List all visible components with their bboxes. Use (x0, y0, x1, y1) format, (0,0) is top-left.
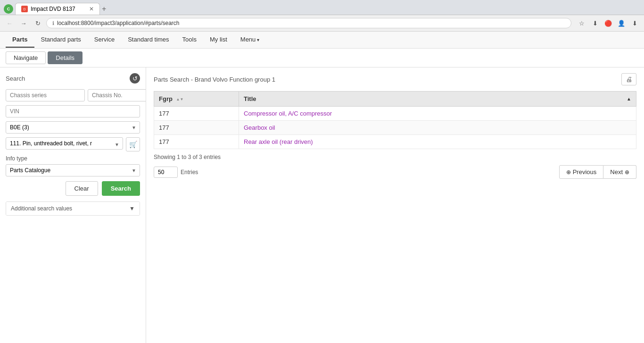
prev-icon: ⊕ (566, 169, 571, 176)
tab-title: Impact DVD 8137 (31, 6, 75, 12)
lock-icon: ℹ (52, 20, 54, 26)
pagination-buttons: ⊕ Previous Next ⊕ (559, 165, 636, 179)
profile-button[interactable]: 👤 (616, 17, 627, 29)
back-button[interactable]: ← (4, 17, 15, 29)
print-button[interactable]: 🖨 (621, 73, 636, 85)
next-button[interactable]: Next ⊕ (603, 165, 636, 179)
fgrp-cell[interactable]: 177 (154, 121, 239, 135)
results-header: Parts Search - Brand Volvo Function grou… (154, 73, 636, 85)
chassis-no-input[interactable] (88, 89, 146, 101)
table-row: 177Gearbox oil (154, 121, 636, 135)
tab-navigate[interactable]: Navigate (6, 51, 46, 64)
chassis-row (6, 89, 140, 101)
menu-button[interactable]: ⬇ (629, 17, 640, 29)
info-type-select-wrapper: Parts Catalogue ▼ (6, 164, 140, 176)
left-panel: Search ↺ B0E (3) ▼ 111. Pin, unthreaded … (0, 67, 146, 343)
bookmark-button[interactable]: ☆ (576, 17, 587, 29)
nav-item-service[interactable]: Service (88, 32, 121, 48)
table-row: 177Rear axle oil (rear driven) (154, 135, 636, 149)
nav-item-standard-times[interactable]: Standard times (121, 32, 175, 48)
showing-text: Showing 1 to 3 of 3 entries (154, 154, 636, 160)
address-bar[interactable]: ℹ localhost:8800/impact3/application/#pa… (46, 18, 571, 28)
entries-label: Entries (181, 169, 198, 176)
col-fgrp[interactable]: Fgrp ▲▼ (154, 92, 239, 107)
results-table: Fgrp ▲▼ Title ▲ 177Compressor oil, A/C c… (154, 91, 636, 149)
forward-button[interactable]: → (18, 17, 29, 29)
entries-select-wrapper: 50 25 100 Entries (154, 167, 198, 178)
tab-favicon: D (21, 6, 28, 12)
nav-item-parts[interactable]: Parts (6, 32, 34, 48)
title-cell[interactable]: Rear axle oil (rear driven) (239, 135, 636, 149)
parts-group-row: 111. Pin, unthreaded bolt, rivet, r ▼ 🛒 (6, 137, 140, 151)
active-tab[interactable]: D Impact DVD 8137 ✕ (15, 3, 100, 15)
table-header-row: Fgrp ▲▼ Title ▲ (154, 92, 636, 107)
sub-tab-bar: Navigate Details (0, 49, 644, 67)
additional-search-label: Additional search values (11, 205, 72, 212)
search-button[interactable]: Search (102, 181, 140, 196)
next-icon: ⊕ (625, 169, 629, 176)
fgrp-sort-icons: ▲▼ (176, 98, 184, 101)
col-title[interactable]: Title ▲ (239, 92, 636, 107)
col-fgrp-label: Fgrp (159, 95, 173, 102)
previous-label: Previous (573, 168, 597, 176)
chassis-series-select-wrapper: B0E (3) ▼ (6, 121, 140, 134)
title-cell[interactable]: Compressor oil, A/C compressor (239, 107, 636, 121)
panel-header: Search ↺ (6, 73, 140, 84)
browser-action-buttons: ☆ ⬇ 🔴 👤 ⬇ (576, 17, 640, 29)
entries-select[interactable]: 50 25 100 (154, 167, 178, 178)
title-link[interactable]: Rear axle oil (rear driven) (244, 138, 313, 145)
download-button[interactable]: ⬇ (589, 17, 601, 29)
additional-search-panel: Additional search values ▼ (6, 201, 140, 216)
nav-item-menu[interactable]: Menu (234, 32, 266, 48)
reset-button[interactable]: ↺ (130, 73, 140, 84)
clear-button[interactable]: Clear (66, 181, 98, 196)
next-label: Next (610, 168, 623, 176)
nav-item-standard-parts[interactable]: Standard parts (34, 32, 88, 48)
app-navigation: Parts Standard parts Service Standard ti… (0, 32, 644, 49)
chassis-series-select[interactable]: B0E (3) (6, 121, 140, 134)
additional-search-toggle[interactable]: Additional search values ▼ (6, 202, 140, 215)
main-layout: Search ↺ B0E (3) ▼ 111. Pin, unthreaded … (0, 67, 644, 343)
table-row: 177Compressor oil, A/C compressor (154, 107, 636, 121)
tab-close-button[interactable]: ✕ (89, 6, 94, 12)
reload-button[interactable]: ↻ (32, 17, 43, 29)
fgrp-cell[interactable]: 177 (154, 135, 239, 149)
title-link[interactable]: Compressor oil, A/C compressor (244, 110, 332, 117)
new-tab-button[interactable]: + (102, 5, 106, 13)
col-title-label: Title (244, 95, 256, 102)
browser-chrome: C D Impact DVD 8137 ✕ + (0, 0, 644, 15)
info-type-label: Info type (6, 155, 140, 162)
url-text: localhost:8800/impact3/application/#part… (57, 20, 180, 26)
action-buttons: Clear Search (6, 181, 140, 196)
previous-button[interactable]: ⊕ Previous (559, 165, 604, 179)
cart-icon-button[interactable]: 🛒 (126, 137, 140, 151)
results-title: Parts Search - Brand Volvo Function grou… (154, 76, 275, 83)
parts-group-select[interactable]: 111. Pin, unthreaded bolt, rivet, r (6, 137, 123, 150)
panel-title: Search (6, 75, 25, 82)
right-panel: Parts Search - Brand Volvo Function grou… (146, 67, 644, 343)
browser-logo: C (4, 4, 13, 14)
tab-bar: C D Impact DVD 8137 ✕ + (4, 3, 640, 15)
title-sort-icon: ▲ (627, 96, 631, 101)
nav-item-tools[interactable]: Tools (176, 32, 203, 48)
results-tbody: 177Compressor oil, A/C compressor177Gear… (154, 107, 636, 149)
fgrp-cell[interactable]: 177 (154, 107, 239, 121)
pagination-row: 50 25 100 Entries ⊕ Previous Next ⊕ (154, 165, 636, 179)
browser-controls: ← → ↻ ℹ localhost:8800/impact3/applicati… (0, 15, 644, 32)
parts-group-select-wrapper: 111. Pin, unthreaded bolt, rivet, r ▼ (6, 137, 123, 151)
title-cell[interactable]: Gearbox oil (239, 121, 636, 135)
additional-search-chevron: ▼ (129, 205, 135, 212)
vin-input[interactable] (6, 105, 140, 117)
tab-details[interactable]: Details (48, 51, 83, 64)
nav-item-my-list[interactable]: My list (203, 32, 234, 48)
info-type-select[interactable]: Parts Catalogue (6, 164, 140, 176)
chassis-series-input[interactable] (6, 89, 85, 101)
title-link[interactable]: Gearbox oil (244, 124, 275, 131)
extension-button[interactable]: 🔴 (603, 17, 614, 29)
